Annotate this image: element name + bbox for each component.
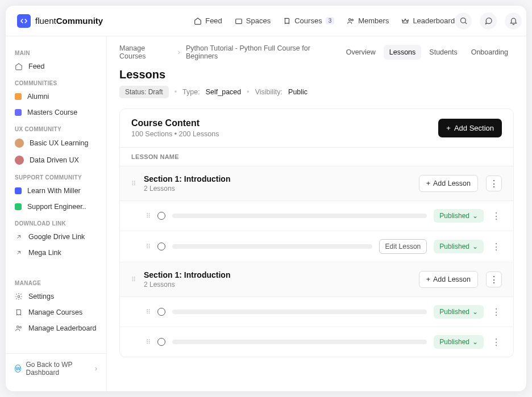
drag-handle-icon[interactable]: ⠿: [131, 180, 136, 187]
nav-leaderboard[interactable]: Leaderboard: [401, 16, 455, 25]
svg-point-2: [352, 19, 354, 20]
search-button[interactable]: [455, 12, 472, 30]
lesson-row: ⠿ Published⌄ ⋮: [120, 201, 513, 231]
section-title: Section 1: Introduction: [144, 174, 411, 183]
users-icon: [347, 17, 355, 25]
course-tabs: Overview Lessons Students Onboarding: [340, 45, 514, 60]
drag-handle-icon[interactable]: ⠿: [146, 339, 151, 346]
crown-icon: [401, 17, 409, 25]
course-content-card: Course Content 100 Sections • 200 Lesson…: [119, 108, 514, 357]
breadcrumb-root[interactable]: Manage Courses: [119, 44, 172, 60]
lesson-more-button[interactable]: ⋮: [491, 337, 502, 348]
sidebar-mega[interactable]: Mega Link: [6, 245, 106, 261]
nav-feed[interactable]: Feed: [194, 16, 222, 25]
section-more-button[interactable]: ⋮: [486, 271, 502, 287]
book-icon: [283, 17, 291, 25]
svg-point-6: [19, 327, 21, 328]
status-dropdown[interactable]: Published⌄: [434, 240, 484, 253]
add-section-button[interactable]: + Add Section: [438, 119, 502, 137]
add-lesson-button[interactable]: +Add Lesson: [419, 271, 478, 288]
book-icon: [15, 308, 23, 316]
nav-courses[interactable]: Courses 3: [283, 16, 334, 25]
sidebar-basic-ux[interactable]: Basic UX Learning: [6, 135, 106, 152]
status-circle-icon: [157, 243, 165, 250]
avatar-icon: [15, 156, 24, 165]
nav-spaces[interactable]: Spaces: [235, 16, 271, 25]
lesson-more-button[interactable]: ⋮: [491, 211, 502, 222]
page-title: Lessons: [107, 68, 526, 86]
color-dot-icon: [15, 93, 22, 100]
sidebar-section-manage: MANAGE: [6, 278, 106, 289]
notifications-button[interactable]: [505, 12, 522, 30]
tab-lessons[interactable]: Lessons: [384, 45, 422, 60]
chevron-right-icon: ›: [178, 48, 180, 56]
drag-handle-icon[interactable]: ⠿: [131, 276, 136, 283]
bell-icon: [509, 16, 518, 25]
courses-badge: 3: [326, 17, 335, 24]
app-header: fluentCommunity Feed Spaces Courses 3 Me…: [6, 6, 526, 36]
lesson-more-button[interactable]: ⋮: [491, 241, 502, 252]
lesson-more-button[interactable]: ⋮: [491, 307, 502, 317]
lesson-row: ⠿ Published⌄ ⋮: [120, 297, 513, 327]
sidebar-section-main: MAIN: [6, 48, 106, 58]
edit-lesson-button[interactable]: Edit Lesson: [379, 239, 427, 254]
tab-overview[interactable]: Overview: [340, 45, 381, 60]
sidebar-data-ux[interactable]: Data Driven UX: [6, 152, 106, 169]
avatar-icon: [15, 139, 24, 148]
drag-handle-icon[interactable]: ⠿: [146, 212, 151, 220]
add-lesson-button[interactable]: +Add Lesson: [419, 175, 478, 192]
sidebar-manage-leaderboard[interactable]: Manage Leaderboard: [6, 320, 106, 336]
status-circle-icon: [157, 338, 165, 346]
plus-icon: +: [426, 275, 430, 283]
chevron-down-icon: ⌄: [472, 243, 478, 250]
home-icon: [15, 62, 23, 70]
section-row: ⠿ Section 1: Introduction 2 Lessons +Add…: [120, 262, 513, 297]
drag-handle-icon[interactable]: ⠿: [146, 308, 151, 316]
content-subtitle: 100 Sections • 200 Lessons: [131, 130, 219, 138]
section-row: ⠿ Section 1: Introduction 2 Lessons +Add…: [120, 166, 513, 201]
more-vertical-icon: ⋮: [489, 178, 498, 189]
plus-icon: +: [446, 124, 451, 132]
wp-dashboard-link[interactable]: W Go Back to WP Dashboard ›: [6, 353, 106, 383]
brand-name: fluentCommunity: [35, 16, 103, 26]
chevron-down-icon: ⌄: [472, 212, 478, 220]
lesson-title-placeholder: [172, 214, 427, 218]
svg-rect-0: [236, 19, 242, 23]
chevron-down-icon: ⌄: [472, 308, 478, 316]
lesson-title-placeholder: [172, 244, 372, 249]
status-circle-icon: [157, 308, 165, 316]
color-dot-icon: [15, 109, 22, 116]
tab-onboarding[interactable]: Onboarding: [466, 45, 514, 60]
sidebar-section-ux: UX COMMUNITY: [6, 124, 106, 135]
search-icon: [459, 16, 468, 25]
tab-students[interactable]: Students: [423, 45, 463, 60]
chevron-right-icon: ›: [95, 365, 97, 373]
sidebar-learn-miller[interactable]: Learn With Miller: [6, 183, 106, 199]
home-icon: [194, 17, 202, 25]
sidebar-manage-courses[interactable]: Manage Courses: [6, 304, 106, 320]
status-circle-icon: [157, 212, 165, 220]
status-dropdown[interactable]: Published⌄: [434, 335, 484, 349]
sidebar: MAIN Feed COMMUNITIES Alumni Masters Cou…: [6, 36, 107, 391]
section-more-button[interactable]: ⋮: [486, 175, 502, 191]
plus-icon: +: [426, 179, 430, 187]
sidebar-alumni[interactable]: Alumni: [6, 89, 106, 105]
chat-button[interactable]: [480, 12, 497, 30]
breadcrumb-current: Python Tutorial - Python Full Course for…: [186, 44, 340, 60]
nav-members[interactable]: Members: [347, 16, 389, 25]
drag-handle-icon[interactable]: ⠿: [146, 243, 151, 250]
chat-icon: [484, 16, 493, 25]
sidebar-gdrive[interactable]: Google Drive Link: [6, 229, 106, 245]
logo-icon: [17, 14, 31, 28]
brand-logo[interactable]: fluentCommunity: [17, 14, 103, 28]
section-subtitle: 2 Lessons: [144, 281, 411, 289]
status-dropdown[interactable]: Published⌄: [434, 209, 484, 223]
sidebar-feed[interactable]: Feed: [6, 58, 106, 74]
lesson-name-column: LESSON NAME: [120, 147, 513, 166]
status-dropdown[interactable]: Published⌄: [434, 305, 484, 319]
sidebar-masters[interactable]: Masters Course: [6, 105, 106, 120]
sidebar-settings[interactable]: Settings: [6, 289, 106, 304]
top-nav: Feed Spaces Courses 3 Members Leaderboar…: [194, 16, 455, 25]
wordpress-icon: W: [15, 365, 21, 373]
sidebar-support-eng[interactable]: Support Engineer..: [6, 199, 106, 215]
